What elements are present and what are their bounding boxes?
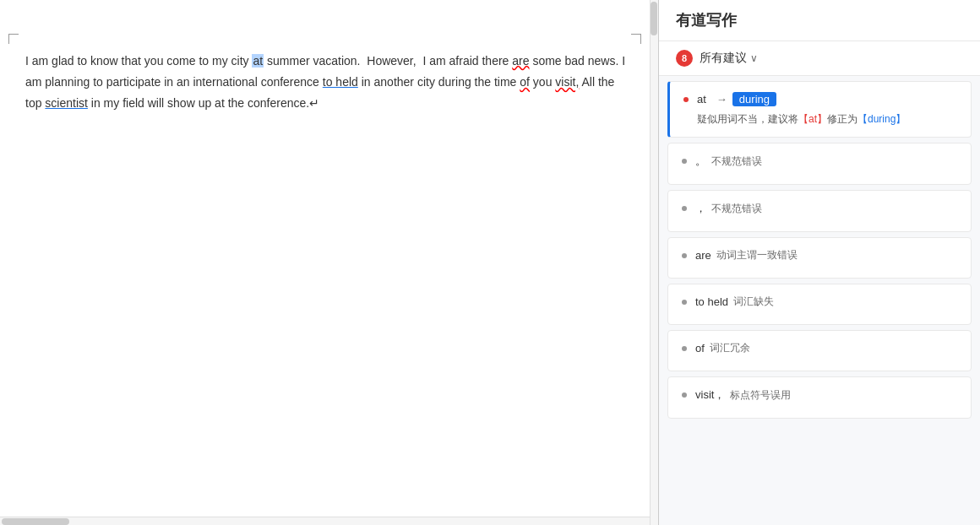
suggestion-item-to-held[interactable]: to held 词汇缺失	[667, 284, 972, 325]
word-period-label: 。	[695, 154, 706, 169]
word-at-label: at	[697, 93, 706, 106]
suggestion-item-visit[interactable]: visit， 标点符号误用	[667, 376, 972, 419]
word-of-label: of	[695, 342, 705, 355]
suggestion-item-at[interactable]: at → during 疑似用词不当，建议将【at】修正为【during】	[667, 81, 972, 138]
suggestion-item-period[interactable]: 。 不规范错误	[667, 143, 972, 185]
error-type-to-held: 词汇缺失	[733, 295, 774, 309]
bullet-are	[682, 253, 687, 258]
suggestions-list[interactable]: 8 所有建议 ∨ at → during 疑似用词不当，建议将【at】修正为【d…	[659, 41, 980, 525]
error-type-visit: 标点符号误用	[730, 388, 791, 403]
error-type-of: 词汇冗余	[710, 341, 750, 355]
filter-row[interactable]: 8 所有建议 ∨	[659, 41, 980, 76]
word-are-label: are	[695, 249, 711, 262]
suggestion-header-are: are 动词主谓一致错误	[682, 248, 957, 262]
corner-decoration-tr	[631, 34, 641, 44]
bullet-to-held	[682, 300, 687, 305]
editor-scrollbar-horizontal[interactable]	[0, 517, 650, 525]
word-visit-label: visit，	[695, 387, 725, 403]
bullet-visit	[682, 392, 687, 398]
word-scientist: scientist	[45, 96, 88, 110]
bracket-during: 【during】	[858, 113, 906, 125]
filter-arrow: ∨	[750, 52, 758, 64]
word-to-held: to held	[323, 75, 358, 89]
suggestion-header-visit: visit， 标点符号误用	[682, 387, 957, 403]
bracket-at: 【at】	[798, 113, 827, 125]
suggestion-header-of: of 词汇冗余	[682, 341, 957, 355]
suggestion-desc-at: 疑似用词不当，建议将【at】修正为【during】	[683, 111, 957, 127]
editor-content[interactable]: I am glad to know that you come to my ci…	[0, 0, 658, 525]
corner-decoration-tl	[8, 34, 19, 44]
arrow-at: →	[716, 93, 727, 106]
bullet-period	[682, 159, 687, 164]
editor-scrollbar-thumb-v[interactable]	[651, 2, 657, 35]
suggestion-header-at: at → during	[683, 92, 957, 106]
bullet-at	[683, 97, 689, 102]
error-type-period: 不规范错误	[711, 154, 762, 169]
editor-scrollbar-vertical[interactable]	[650, 0, 658, 525]
editor-scrollbar-thumb-h[interactable]	[2, 518, 69, 525]
suggestion-header-to-held: to held 词汇缺失	[682, 295, 957, 309]
word-at: at	[252, 54, 264, 68]
bullet-of	[682, 346, 687, 351]
word-are: are	[512, 54, 529, 68]
bullet-comma-cn	[682, 206, 687, 211]
suggestion-header-period: 。 不规范错误	[682, 154, 957, 169]
suggestion-item-comma-cn[interactable]: ， 不规范错误	[667, 190, 972, 232]
error-type-comma-cn: 不规范错误	[711, 202, 762, 216]
editor-panel[interactable]: I am glad to know that you come to my ci…	[0, 0, 659, 525]
editor-text-body[interactable]: I am glad to know that you come to my ci…	[25, 51, 633, 115]
filter-badge: 8	[676, 50, 693, 67]
suggestion-item-of[interactable]: of 词汇冗余	[667, 330, 972, 371]
editor-paragraph: I am glad to know that you come to my ci…	[25, 51, 633, 115]
suggestion-item-are[interactable]: are 动词主谓一致错误	[667, 237, 972, 279]
filter-label: 所有建议	[700, 51, 747, 66]
error-type-are: 动词主谓一致错误	[716, 248, 798, 262]
panel-header: 有道写作	[659, 0, 980, 41]
suggestions-panel: 有道写作 8 所有建议 ∨ at → during 疑似用词不当，建议将【at】…	[659, 0, 980, 525]
suggestion-header-comma-cn: ， 不规范错误	[682, 201, 957, 216]
word-of: of	[520, 75, 530, 89]
replacement-during: during	[732, 92, 776, 106]
panel-title: 有道写作	[676, 12, 737, 29]
word-to-held-label: to held	[695, 295, 728, 308]
word-visit: visit,	[555, 75, 579, 89]
word-comma-cn-label: ，	[695, 201, 706, 216]
